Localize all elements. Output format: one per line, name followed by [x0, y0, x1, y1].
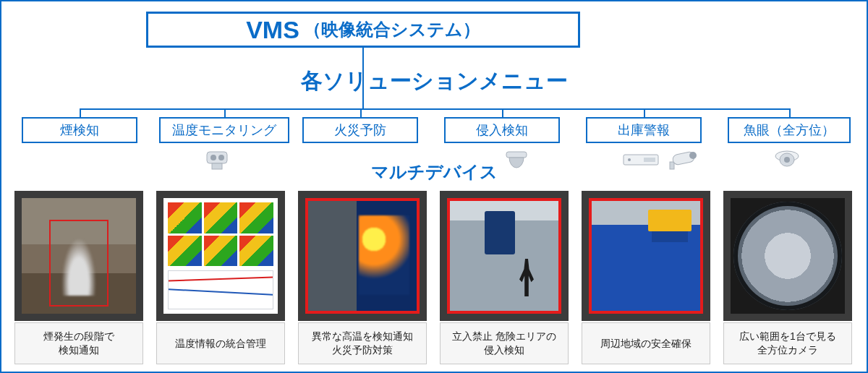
thumbnail-card: [582, 191, 710, 321]
thumbnail-caption: 周辺地域の安全確保: [582, 322, 710, 364]
category-label: 魚眼（全方位）: [744, 121, 835, 139]
camera-box-icon: [203, 149, 231, 176]
category-label: 煙検知: [60, 121, 99, 139]
thumbnail-card: [298, 191, 427, 321]
category-box: 侵入検知: [444, 117, 560, 143]
thumbnail-caption: 異常な高温を検知通知火災予防対策: [298, 322, 427, 364]
thumbnail-card: [723, 191, 852, 321]
connector: [224, 108, 226, 117]
category-box: 温度モニタリング: [159, 117, 289, 143]
svg-rect-8: [670, 162, 674, 169]
category-box: 煙検知: [22, 117, 137, 143]
connector: [362, 48, 364, 108]
solutions-menu-heading: 各ソリューションメニュー: [1, 67, 867, 96]
camera-dome-icon: [503, 149, 529, 176]
svg-point-1: [210, 155, 216, 160]
bullet-camera-icon: [665, 149, 702, 175]
thumbnail-caption: 温度情報の統合管理: [156, 322, 285, 364]
thumbnail-image: [22, 198, 136, 314]
thumbnail-caption: 広い範囲を1台で見る全方位カメラ: [723, 322, 852, 364]
category-box: 出庫警報: [586, 117, 702, 143]
category-box: 火災予防: [302, 117, 418, 143]
thumbnail-caption: 立入禁止 危険エリアの侵入検知: [440, 322, 569, 364]
category-label: 温度モニタリング: [172, 121, 276, 139]
multi-device-heading: マルチデバイス: [1, 160, 867, 184]
connector: [360, 108, 362, 117]
thumbnail-card: [156, 191, 285, 321]
thumbnail-image: [731, 198, 845, 314]
diagram-frame: VMS （映像統合システム） 各ソリューションメニュー マルチデバイス 煙検知温…: [0, 0, 868, 373]
thumbnail-card: [440, 191, 569, 321]
connector: [502, 108, 503, 117]
svg-point-2: [218, 155, 224, 160]
connector: [80, 108, 81, 117]
svg-rect-3: [212, 163, 222, 169]
connector: [789, 108, 791, 117]
root-title-sub: （映像統合システム）: [304, 18, 480, 41]
root-node: VMS （映像統合システム）: [146, 12, 580, 48]
thumbnail-image: [305, 198, 420, 314]
svg-point-6: [628, 158, 631, 161]
category-box: 魚眼（全方位）: [728, 117, 851, 143]
category-label: 火災予防: [334, 121, 386, 139]
connector: [644, 108, 645, 117]
fisheye-camera-icon: [773, 149, 801, 173]
thumbnail-caption: 煙発生の段階で検知通知: [14, 322, 143, 364]
thumbnail-image: [447, 198, 561, 314]
svg-rect-4: [506, 152, 527, 158]
svg-point-13: [784, 157, 790, 163]
root-title-main: VMS: [246, 16, 299, 44]
thumbnail-image: [163, 198, 278, 314]
connector: [80, 108, 791, 110]
svg-point-10: [689, 152, 697, 159]
category-label: 出庫警報: [618, 121, 670, 139]
category-label: 侵入検知: [476, 121, 528, 139]
thumbnail-card: [14, 191, 143, 321]
thumbnail-image: [589, 198, 703, 314]
nvr-icon: [622, 149, 660, 173]
svg-rect-7: [644, 158, 655, 162]
